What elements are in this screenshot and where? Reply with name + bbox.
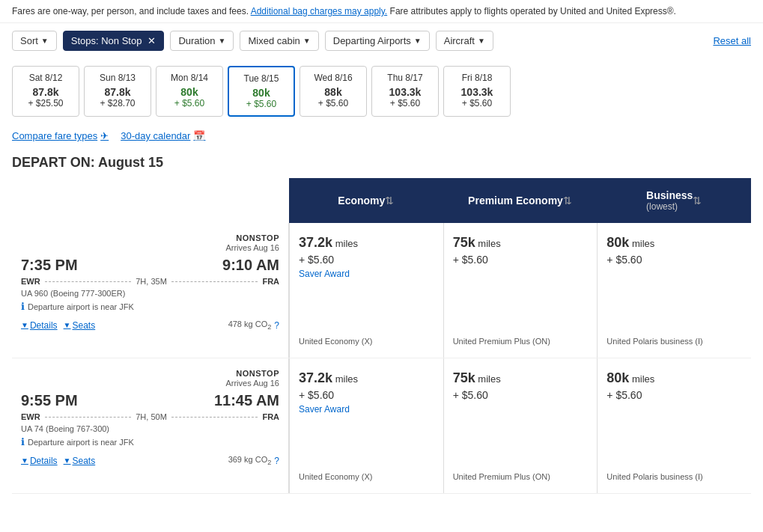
date-miles: 87.8k	[94, 86, 142, 98]
flight-info-0: NONSTOP Arrives Aug 16 7:35 PM 9:10 AM E…	[12, 223, 289, 358]
date-label: Sun 8/13	[94, 73, 142, 83]
plane-icon: ✈	[100, 130, 109, 141]
chevron-down-icon: ▼	[21, 321, 28, 329]
date-row: Sat 8/12 87.8k + $25.50 Sun 8/13 87.8k +…	[0, 58, 763, 124]
price-miles: 37.2k miles	[299, 235, 434, 251]
price-miles: 75k miles	[453, 370, 589, 386]
date-miles: 80k	[165, 86, 213, 98]
reset-all-link[interactable]: Reset all	[713, 35, 751, 46]
price-cell-0-0[interactable]: 37.2k miles + $5.60 Saver Award United E…	[289, 223, 443, 358]
price-cell-0-2[interactable]: 80k miles + $5.60 United Polaris busines…	[597, 223, 751, 358]
co2-help-icon[interactable]: ?	[274, 320, 279, 331]
date-label: Mon 8/14	[165, 73, 213, 83]
mixed-cabin-button[interactable]: Mixed cabin ▼	[240, 31, 318, 51]
date-card-5[interactable]: Thu 8/17 103.3k + $5.60	[371, 66, 439, 117]
stops-button[interactable]: Stops: Non Stop ✕	[63, 31, 165, 51]
sort-icon[interactable]: ⇅	[385, 195, 394, 207]
sort-button[interactable]: Sort ▼	[12, 31, 57, 51]
date-card-6[interactable]: Fri 8/18 103.3k + $5.60	[443, 66, 511, 117]
date-fee: + $25.50	[22, 98, 70, 108]
date-card-3[interactable]: Tue 8/15 80k + $5.60	[228, 66, 295, 117]
date-label: Thu 8/17	[381, 73, 429, 83]
stops-close-icon[interactable]: ✕	[148, 35, 156, 46]
cabin-type: United Premium Plus (ON)	[453, 337, 589, 346]
flight-row-0: NONSTOP Arrives Aug 16 7:35 PM 9:10 AM E…	[12, 223, 751, 358]
price-cell-1-0[interactable]: 37.2k miles + $5.60 Saver Award United E…	[289, 358, 443, 493]
cabin-type: United Polaris business (I)	[607, 472, 742, 481]
compare-links: Compare fare types ✈ 30-day calendar 📅	[0, 124, 763, 147]
calendar-link[interactable]: 30-day calendar 📅	[121, 130, 205, 141]
departing-airports-chevron-icon: ▼	[414, 37, 422, 45]
date-miles: 80k	[238, 87, 285, 99]
date-fee: + $5.60	[238, 99, 285, 109]
filter-bar: Sort ▼ Stops: Non Stop ✕ Duration ▼ Mixe…	[0, 23, 763, 58]
flight-actions: ▼ Details ▼ Seats	[21, 320, 95, 331]
arrives-note: Arrives Aug 16	[21, 243, 279, 252]
date-card-2[interactable]: Mon 8/14 80k + $5.60	[156, 66, 223, 117]
date-miles: 103.3k	[453, 86, 501, 98]
info-text: Departure airport is near JFK	[28, 438, 134, 447]
date-fee: + $5.60	[453, 98, 501, 108]
price-fee: + $5.60	[453, 389, 589, 401]
top-notice: Fares are one-way, per person, and inclu…	[0, 0, 763, 23]
notice-text2: Fare attributes apply to flights operate…	[390, 6, 676, 16]
aircraft-button[interactable]: Aircraft ▼	[436, 31, 493, 51]
cabin-header-0: Economy ⇅	[289, 178, 443, 223]
price-fee: + $5.60	[607, 254, 742, 266]
chevron-down-icon: ▼	[21, 456, 28, 465]
dashes-left	[45, 417, 132, 418]
price-miles: 80k miles	[607, 370, 742, 386]
arrive-time: 9:10 AM	[222, 257, 279, 274]
cabin-name: Premium Economy	[468, 195, 563, 207]
compare-fare-types-link[interactable]: Compare fare types ✈	[12, 130, 109, 141]
price-cell-1-1[interactable]: 75k miles + $5.60 United Premium Plus (O…	[443, 358, 598, 493]
date-card-0[interactable]: Sat 8/12 87.8k + $25.50	[12, 66, 79, 117]
mixed-cabin-chevron-icon: ▼	[303, 37, 311, 45]
cabin-header-1: Premium Economy ⇅	[443, 178, 598, 223]
seats-link[interactable]: ▼ Seats	[64, 456, 96, 466]
info-icon: ℹ	[21, 436, 25, 447]
to-airport: FRA	[262, 412, 279, 421]
dashes-right	[171, 417, 258, 418]
to-airport: FRA	[262, 277, 279, 286]
price-fee: + $5.60	[453, 254, 589, 266]
arrive-time: 11:45 AM	[214, 392, 279, 409]
price-fee: + $5.60	[607, 389, 742, 401]
duration-chevron-icon: ▼	[219, 37, 226, 45]
depart-header: DEPART ON: August 15	[0, 147, 763, 178]
from-airport: EWR	[21, 277, 40, 286]
date-fee: + $28.70	[94, 98, 142, 108]
route-row: EWR 7H, 50M FRA	[21, 412, 279, 421]
sort-icon[interactable]: ⇅	[693, 195, 702, 207]
date-miles: 87.8k	[22, 86, 70, 98]
flight-row-1: NONSTOP Arrives Aug 16 9:55 PM 11:45 AM …	[12, 358, 751, 494]
flight-actions: ▼ Details ▼ Seats	[21, 456, 95, 466]
co2-value: 369 kg CO2	[228, 455, 272, 466]
details-link[interactable]: ▼ Details	[21, 456, 58, 466]
price-fee: + $5.60	[299, 389, 434, 401]
calendar-icon: 📅	[193, 130, 205, 141]
chevron-seats-icon: ▼	[64, 321, 71, 329]
date-label: Sat 8/12	[22, 73, 70, 83]
seats-link[interactable]: ▼ Seats	[64, 320, 96, 331]
date-card-4[interactable]: Wed 8/16 88k + $5.60	[300, 66, 367, 117]
cabin-type: United Premium Plus (ON)	[453, 472, 589, 481]
duration-button[interactable]: Duration ▼	[170, 31, 234, 51]
date-card-1[interactable]: Sun 8/13 87.8k + $28.70	[84, 66, 151, 117]
co2-help-icon[interactable]: ?	[274, 456, 279, 466]
price-fee: + $5.60	[299, 254, 434, 266]
cabin-name: Economy	[338, 195, 385, 207]
cabin-type: United Polaris business (I)	[607, 337, 742, 346]
details-link[interactable]: ▼ Details	[21, 320, 58, 331]
price-cell-0-1[interactable]: 75k miles + $5.60 United Premium Plus (O…	[443, 223, 598, 358]
price-cell-1-2[interactable]: 80k miles + $5.60 United Polaris busines…	[597, 358, 751, 493]
departing-airports-button[interactable]: Departing Airports ▼	[325, 31, 430, 51]
saver-award: Saver Award	[299, 269, 434, 279]
date-label: Tue 8/15	[238, 73, 285, 84]
sort-icon[interactable]: ⇅	[563, 195, 572, 207]
bag-charges-link[interactable]: Additional bag charges may apply.	[251, 6, 388, 16]
co2-row: 369 kg CO2 ?	[228, 455, 279, 466]
from-airport: EWR	[21, 412, 40, 421]
saver-award: Saver Award	[299, 404, 434, 415]
aircraft: UA 74 (Boeing 767-300)	[21, 424, 279, 433]
